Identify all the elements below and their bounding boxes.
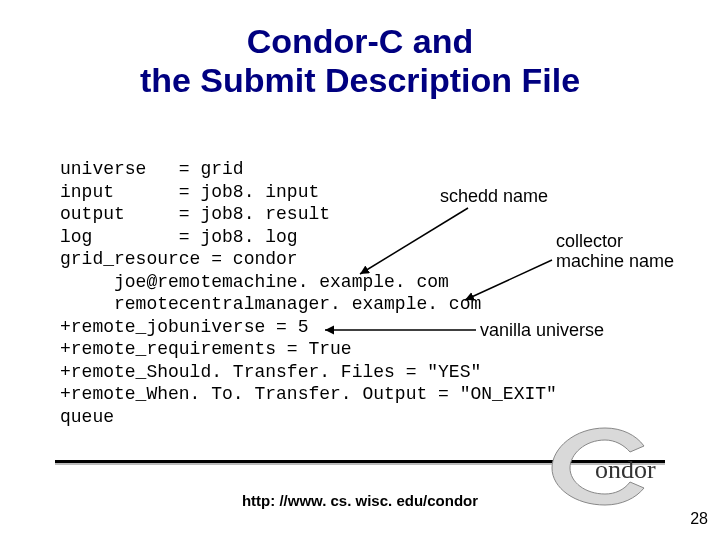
- slide-title: Condor-C and the Submit Description File: [0, 0, 720, 100]
- page-number: 28: [690, 510, 708, 528]
- code-line: +remote_jobuniverse = 5: [60, 317, 308, 337]
- annotation-collector-l2: machine name: [556, 251, 674, 271]
- code-line: output = job8. result: [60, 204, 330, 224]
- code-line: log = job8. log: [60, 227, 298, 247]
- title-line-1: Condor-C and: [247, 22, 474, 60]
- code-line: grid_resource = condor: [60, 249, 298, 269]
- annotation-collector-machine: collector machine name: [556, 232, 696, 272]
- code-line: +remote_requirements = True: [60, 339, 352, 359]
- code-line: +remote_Should. Transfer. Files = "YES": [60, 362, 481, 382]
- code-line: queue: [60, 407, 114, 427]
- annotation-vanilla-universe: vanilla universe: [480, 320, 604, 341]
- code-line: +remote_When. To. Transfer. Output = "ON…: [60, 384, 557, 404]
- code-line: universe = grid: [60, 159, 244, 179]
- code-line: joe@remotemachine. example. com: [60, 272, 449, 292]
- code-line: remotecentralmanager. example. com: [60, 294, 481, 314]
- logo-text: ondor: [595, 455, 656, 484]
- annotation-collector-l1: collector: [556, 231, 623, 251]
- annotation-schedd-name: schedd name: [440, 186, 548, 207]
- title-line-2: the Submit Description File: [140, 61, 580, 99]
- condor-logo: ondor: [530, 420, 680, 510]
- code-line: input = job8. input: [60, 182, 319, 202]
